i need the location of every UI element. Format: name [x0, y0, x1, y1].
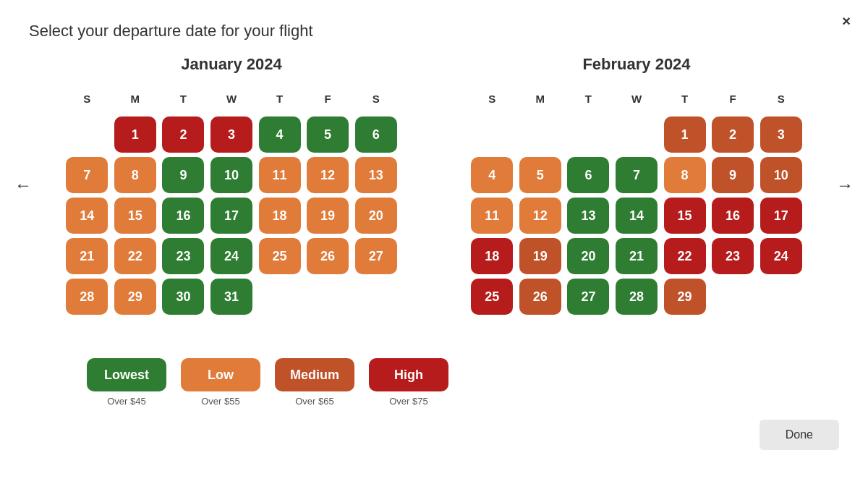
day-cell[interactable]: 4 — [471, 157, 513, 193]
day-cell[interactable]: 7 — [616, 157, 658, 193]
day-cell[interactable]: 17 — [760, 198, 802, 234]
day-cell[interactable]: 15 — [114, 198, 156, 234]
day-cell[interactable]: 16 — [162, 198, 204, 234]
day-header: T — [161, 88, 205, 112]
day-cell[interactable]: 27 — [355, 238, 397, 274]
day-cell[interactable]: 9 — [712, 157, 754, 193]
day-header: F — [711, 88, 755, 112]
day-header: S — [759, 88, 803, 112]
day-cell[interactable]: 11 — [259, 157, 301, 193]
day-cell[interactable]: 23 — [712, 238, 754, 274]
day-cell[interactable]: 20 — [355, 198, 397, 234]
legend-badge: Medium — [275, 358, 354, 391]
day-cell[interactable]: 27 — [567, 279, 609, 315]
day-cell[interactable]: 28 — [616, 279, 658, 315]
day-header: W — [210, 88, 254, 112]
next-arrow[interactable]: → — [829, 168, 861, 203]
day-cell[interactable]: 31 — [210, 279, 252, 315]
january-calendar: January 2024 SMTWTFS12345678910111213141… — [65, 55, 398, 315]
day-cell[interactable]: 16 — [712, 198, 754, 234]
day-cell[interactable]: 18 — [259, 198, 301, 234]
day-cell[interactable]: 3 — [760, 116, 802, 153]
day-header: T — [663, 88, 707, 112]
day-cell[interactable]: 3 — [210, 116, 252, 153]
day-cell[interactable]: 19 — [519, 238, 561, 274]
page-title: Select your departure date for your flig… — [29, 22, 839, 41]
day-cell[interactable]: 14 — [66, 198, 108, 234]
day-cell[interactable]: 11 — [471, 198, 513, 234]
day-header: W — [615, 88, 659, 112]
day-cell — [66, 116, 108, 153]
february-grid: SMTWTFS123456789101112131415161718192021… — [470, 88, 803, 315]
day-cell[interactable]: 30 — [162, 279, 204, 315]
day-cell[interactable]: 1 — [114, 116, 156, 153]
legend-badge: Low — [181, 358, 260, 391]
done-button[interactable]: Done — [760, 420, 839, 450]
footer: LowestOver $45LowOver $55MediumOver $65H… — [29, 336, 839, 407]
legend-item: LowOver $55 — [181, 358, 260, 407]
legend-sublabel: Over $55 — [201, 396, 239, 407]
day-cell — [471, 116, 513, 153]
day-cell[interactable]: 4 — [259, 116, 301, 153]
close-button[interactable]: × — [842, 13, 851, 30]
day-cell[interactable]: 10 — [760, 157, 802, 193]
day-cell[interactable]: 9 — [162, 157, 204, 193]
day-cell[interactable]: 10 — [210, 157, 252, 193]
day-cell[interactable]: 14 — [616, 198, 658, 234]
legend-item: HighOver $75 — [369, 358, 448, 407]
day-cell[interactable]: 13 — [355, 157, 397, 193]
day-header: M — [114, 88, 158, 112]
day-cell[interactable]: 26 — [519, 279, 561, 315]
day-header: T — [566, 88, 610, 112]
day-header: S — [65, 88, 109, 112]
legend-item: MediumOver $65 — [275, 358, 354, 407]
legend-sublabel: Over $65 — [295, 396, 333, 407]
day-cell[interactable]: 26 — [307, 238, 349, 274]
prev-arrow[interactable]: ← — [7, 168, 39, 203]
legend-badge: Lowest — [87, 358, 166, 391]
legend: LowestOver $45LowOver $55MediumOver $65H… — [29, 358, 448, 407]
day-cell[interactable]: 29 — [114, 279, 156, 315]
day-cell[interactable]: 28 — [66, 279, 108, 315]
day-cell[interactable]: 15 — [664, 198, 706, 234]
day-cell[interactable]: 24 — [210, 238, 252, 274]
day-cell[interactable]: 21 — [66, 238, 108, 274]
day-cell[interactable]: 2 — [162, 116, 204, 153]
day-cell[interactable]: 24 — [760, 238, 802, 274]
day-cell[interactable]: 29 — [664, 279, 706, 315]
day-header: S — [470, 88, 514, 112]
day-cell[interactable]: 12 — [519, 198, 561, 234]
day-cell[interactable]: 20 — [567, 238, 609, 274]
legend-badge: High — [369, 358, 448, 391]
day-cell[interactable]: 19 — [307, 198, 349, 234]
day-cell[interactable]: 25 — [259, 238, 301, 274]
day-header: T — [258, 88, 302, 112]
day-cell[interactable]: 8 — [114, 157, 156, 193]
day-cell[interactable]: 18 — [471, 238, 513, 274]
day-cell[interactable]: 12 — [307, 157, 349, 193]
day-cell[interactable]: 6 — [355, 116, 397, 153]
day-cell[interactable]: 8 — [664, 157, 706, 193]
january-grid: SMTWTFS123456789101112131415161718192021… — [65, 88, 398, 315]
day-cell — [519, 116, 561, 153]
legend-sublabel: Over $75 — [389, 396, 427, 407]
day-cell[interactable]: 22 — [114, 238, 156, 274]
day-cell[interactable]: 23 — [162, 238, 204, 274]
day-cell[interactable]: 2 — [712, 116, 754, 153]
day-cell[interactable]: 1 — [664, 116, 706, 153]
day-cell — [567, 116, 609, 153]
day-cell[interactable]: 7 — [66, 157, 108, 193]
february-title: February 2024 — [470, 55, 803, 74]
day-header: S — [354, 88, 398, 112]
legend-sublabel: Over $45 — [107, 396, 145, 407]
day-cell[interactable]: 5 — [307, 116, 349, 153]
day-cell[interactable]: 22 — [664, 238, 706, 274]
day-cell[interactable]: 25 — [471, 279, 513, 315]
day-cell[interactable]: 17 — [210, 198, 252, 234]
calendars-container: ← January 2024 SMTWTFS123456789101112131… — [29, 55, 839, 315]
day-header: M — [519, 88, 563, 112]
day-cell[interactable]: 21 — [616, 238, 658, 274]
day-cell[interactable]: 6 — [567, 157, 609, 193]
day-cell[interactable]: 13 — [567, 198, 609, 234]
day-cell[interactable]: 5 — [519, 157, 561, 193]
